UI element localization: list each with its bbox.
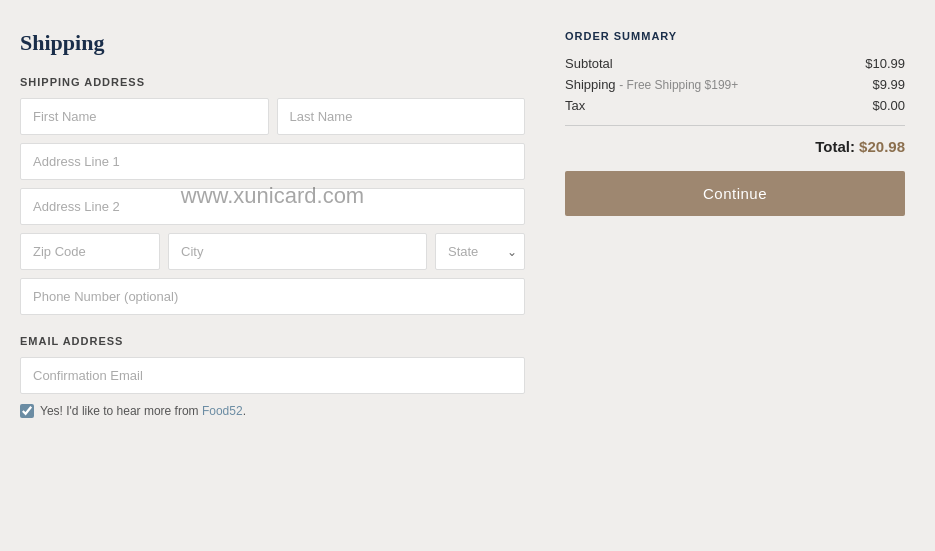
order-summary-title: ORDER SUMMARY — [565, 30, 905, 42]
total-value: $20.98 — [859, 138, 905, 155]
summary-divider — [565, 125, 905, 126]
address-line1-input[interactable] — [20, 143, 525, 180]
newsletter-checkbox[interactable] — [20, 404, 34, 418]
address1-row — [20, 143, 525, 180]
tax-label: Tax — [565, 98, 585, 113]
continue-button[interactable]: Continue — [565, 171, 905, 216]
newsletter-checkbox-row: Yes! I'd like to hear more from Food52. — [20, 404, 525, 418]
shipping-value: $9.99 — [872, 77, 905, 92]
name-row — [20, 98, 525, 135]
shipping-form: SHIPPING ADDRESS State AL AK — [20, 76, 525, 315]
phone-input[interactable] — [20, 278, 525, 315]
newsletter-label: Yes! I'd like to hear more from Food52. — [40, 404, 246, 418]
shipping-label: Shipping - Free Shipping $199+ — [565, 77, 738, 92]
city-input[interactable] — [168, 233, 427, 270]
subtotal-value: $10.99 — [865, 56, 905, 71]
confirmation-email-input[interactable] — [20, 357, 525, 394]
subtotal-label: Subtotal — [565, 56, 613, 71]
email-section-label: EMAIL ADDRESS — [20, 335, 525, 347]
food52-link[interactable]: Food52 — [202, 404, 243, 418]
address2-row — [20, 188, 525, 225]
left-panel: Shipping SHIPPING ADDRESS State AL — [20, 30, 525, 418]
page-title: Shipping — [20, 30, 525, 56]
zip-city-state-row: State AL AK AZ CA CO FL NY TX ⌄ — [20, 233, 525, 270]
state-select[interactable]: State AL AK AZ CA CO FL NY TX — [435, 233, 525, 270]
first-name-input[interactable] — [20, 98, 269, 135]
state-select-wrapper: State AL AK AZ CA CO FL NY TX ⌄ — [435, 233, 525, 270]
subtotal-row: Subtotal $10.99 — [565, 56, 905, 71]
address-line2-input[interactable] — [20, 188, 525, 225]
shipping-address-label: SHIPPING ADDRESS — [20, 76, 525, 88]
phone-row — [20, 278, 525, 315]
shipping-row: Shipping - Free Shipping $199+ $9.99 — [565, 77, 905, 92]
zip-code-input[interactable] — [20, 233, 160, 270]
tax-row: Tax $0.00 — [565, 98, 905, 113]
shipping-note: - Free Shipping $199+ — [619, 78, 738, 92]
email-section: EMAIL ADDRESS Yes! I'd like to hear more… — [20, 335, 525, 418]
last-name-input[interactable] — [277, 98, 526, 135]
email-row — [20, 357, 525, 394]
tax-value: $0.00 — [872, 98, 905, 113]
total-row: Total: $20.98 — [565, 138, 905, 155]
right-panel: ORDER SUMMARY Subtotal $10.99 Shipping -… — [565, 30, 905, 418]
total-label: Total: $20.98 — [815, 138, 905, 155]
